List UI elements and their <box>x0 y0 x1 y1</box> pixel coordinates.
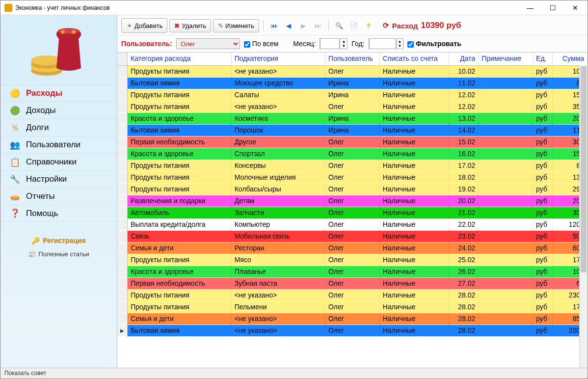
row-marker: ▶ <box>117 325 128 336</box>
cell-note <box>479 325 533 336</box>
sidebar-item-1[interactable]: 🟢Доходы <box>0 102 117 119</box>
all-checkbox[interactable] <box>244 41 250 48</box>
sidebar-item-7[interactable]: ❓Помощь <box>0 205 117 222</box>
col-header-0[interactable]: Категория расхода <box>128 53 232 65</box>
edit-button[interactable]: ✎ Изменить <box>213 19 259 32</box>
cell-account: Наличные <box>379 101 449 112</box>
row-marker <box>117 148 128 160</box>
nav-icon-1: 🟢 <box>9 105 20 116</box>
filter-checkbox[interactable] <box>407 41 414 48</box>
nav-last-button[interactable]: ⏭ <box>312 19 324 32</box>
table-row[interactable]: Продукты питания Мясо Олег Наличные 25.0… <box>117 254 588 266</box>
all-checkbox-wrap[interactable]: По всем <box>244 40 278 48</box>
cell-account: Наличные <box>379 230 449 242</box>
cell-category: Продукты питания <box>128 89 232 101</box>
year-spinner[interactable]: ▲▼ <box>369 38 404 49</box>
maximize-button[interactable]: ☐ <box>541 0 564 15</box>
month-input[interactable] <box>320 38 340 49</box>
col-header-5[interactable]: Примечание <box>479 53 533 65</box>
cell-unit: руб <box>533 101 553 112</box>
cell-user: Олег <box>325 171 380 183</box>
cell-note <box>479 313 533 325</box>
table-row[interactable]: Продукты питания Колбасы/сыры Олег Налич… <box>117 183 588 195</box>
export-button[interactable]: 📄 <box>347 19 360 32</box>
cell-subcategory: Пельмени <box>231 301 325 313</box>
row-marker <box>117 65 128 77</box>
table-wrap[interactable]: Категория расходаПодкатегорияПользовател… <box>117 52 588 368</box>
scrollbar-vertical[interactable] <box>579 53 588 368</box>
cell-category: Продукты питания <box>128 160 232 171</box>
table-row[interactable]: Продукты питания Пельмени Олег Наличные … <box>117 301 588 313</box>
cell-subcategory: Мясо <box>231 254 325 266</box>
table-row[interactable]: Семья и дети Ресторан Олег Наличные 24.0… <box>117 242 588 254</box>
table-row[interactable]: Красота и здоровье Косметика Ирина Налич… <box>117 112 588 124</box>
cell-account: Наличные <box>379 289 449 301</box>
cell-account: Наличные <box>379 195 449 207</box>
table-row[interactable]: Семья и дети <не указано> Олег Наличные … <box>117 313 588 325</box>
cell-user: Олег <box>325 136 380 148</box>
table-row[interactable]: Первая необходимость Другое Олег Наличны… <box>117 136 588 148</box>
sidebar-item-0[interactable]: 🟡Расходы <box>0 84 117 102</box>
table-row[interactable]: Продукты питания Салаты Ирина Наличные 1… <box>117 89 588 101</box>
sidebar-item-4[interactable]: 📋Справочники <box>0 153 117 170</box>
col-header-3[interactable]: Списать со счета <box>379 53 449 65</box>
status-bar[interactable]: Показать совет <box>0 368 588 379</box>
user-select[interactable]: Олег <box>176 38 240 49</box>
table-row[interactable]: Развлечения и подарки Детям Олег Наличны… <box>117 195 588 207</box>
nav-next-button[interactable]: ▶ <box>297 19 310 32</box>
table-row[interactable]: Продукты питания Молочные изделия Олег Н… <box>117 171 588 183</box>
sidebar-item-3[interactable]: 👥Пользователи <box>0 136 117 153</box>
table-row[interactable]: Автомобиль Запчасти Олег Наличные 21.02 … <box>117 207 588 218</box>
delete-button[interactable]: ✖ Удалить <box>169 19 211 32</box>
filter-checkbox-wrap[interactable]: Фильтровать <box>407 40 461 48</box>
registration-link[interactable]: 🔑 Регистрация <box>0 237 117 244</box>
table-row[interactable]: Первая необходимость Зубная паста Олег Н… <box>117 277 588 289</box>
sidebar-item-5[interactable]: 🔧Настройки <box>0 170 117 188</box>
search-button[interactable]: 🔍 <box>333 19 346 32</box>
col-header-6[interactable]: Ед. <box>533 53 553 65</box>
cell-subcategory: <не указано> <box>231 325 325 336</box>
cell-unit: руб <box>533 242 553 254</box>
cell-subcategory: Компьютер <box>231 218 325 230</box>
col-header-2[interactable]: Пользователь <box>325 53 380 65</box>
table-row[interactable]: ▶ Бытовая химия <не указано> Олег Наличн… <box>117 325 588 336</box>
table-row[interactable]: Бытовая химия Моющее средство Ирина Нали… <box>117 77 588 89</box>
cell-subcategory: Ресторан <box>231 242 325 254</box>
cell-unit: руб <box>533 207 553 218</box>
close-button[interactable]: ✕ <box>564 0 587 15</box>
table-row[interactable]: Связь Мобильная связь Олег Наличные 23.0… <box>117 230 588 242</box>
sidebar-item-2[interactable]: ％Долги <box>0 119 117 136</box>
cell-date: 18.02 <box>449 171 478 183</box>
cell-category: Первая необходимость <box>128 277 232 289</box>
month-spinner[interactable]: ▲▼ <box>320 38 347 49</box>
table-row[interactable]: Выплата кредита/долга Компьютер Олег Нал… <box>117 218 588 230</box>
add-button[interactable]: ＋ Добавить <box>121 18 167 33</box>
col-header-1[interactable]: Подкатегория <box>231 53 325 65</box>
cell-note <box>479 218 533 230</box>
cell-subcategory: Плаванье <box>231 266 325 277</box>
table-row[interactable]: Продукты питания <не указано> Олег Налич… <box>117 289 588 301</box>
nav-icon-0: 🟡 <box>9 88 20 99</box>
table-row[interactable]: Продукты питания Консервы Олег Наличные … <box>117 160 588 171</box>
col-header-4[interactable]: Дата <box>449 53 478 65</box>
help-button[interactable]: ? <box>362 19 375 32</box>
table-row[interactable]: Продукты питания <не указано> Олег Налич… <box>117 65 588 77</box>
table-row[interactable]: Красота и здоровье Спортзал Олег Наличны… <box>117 148 588 160</box>
nav-prev-button[interactable]: ◀ <box>282 19 295 32</box>
cell-account: Наличные <box>379 277 449 289</box>
sidebar-item-6[interactable]: 🥧Отчеты <box>0 188 117 205</box>
cell-category: Продукты питания <box>128 65 232 77</box>
cell-subcategory: Мобильная связь <box>231 230 325 242</box>
articles-link[interactable]: 📰 Полезные статьи <box>0 250 117 258</box>
table-row[interactable]: Бытовая химия Порошок Ирина Наличные 14.… <box>117 124 588 136</box>
table-row[interactable]: Красота и здоровье Плаванье Олег Наличны… <box>117 266 588 277</box>
table-row[interactable]: Продукты питания <не указано> Олег Налич… <box>117 101 588 112</box>
nav-first-button[interactable]: ⏮ <box>267 19 280 32</box>
minimize-button[interactable]: — <box>519 0 541 15</box>
col-header-7[interactable]: Сумма <box>553 53 588 65</box>
row-marker <box>117 183 128 195</box>
cell-unit: руб <box>533 266 553 277</box>
cell-category: Бытовая химия <box>128 77 232 89</box>
cell-subcategory: <не указано> <box>231 101 325 112</box>
year-input[interactable] <box>369 38 396 49</box>
